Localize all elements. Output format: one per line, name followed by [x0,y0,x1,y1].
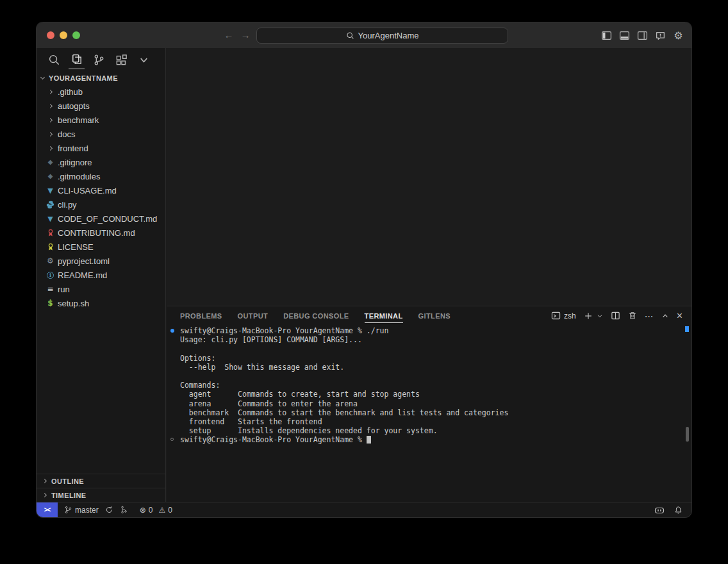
tree-folder-docs[interactable]: docs [37,127,165,141]
extensions-view-icon[interactable] [110,48,133,71]
new-terminal-plus-icon[interactable] [584,311,593,320]
panel-tab-output[interactable]: OUTPUT [238,306,269,325]
tree-folder-benchmark[interactable]: benchmark [37,113,165,127]
settings-gear-icon[interactable]: ⚙ [673,30,684,41]
timeline-label: TIMELINE [51,492,87,499]
chevron-right-icon [45,104,56,108]
vscode-window: ← → YourAgentName [37,22,691,517]
panel-tab-gitlens[interactable]: GITLENS [418,306,451,325]
tree-file-setup-sh[interactable]: $ setup.sh [37,296,165,310]
tree-file-pyproject-toml[interactable]: ⚙︎ pyproject.toml [37,254,165,268]
info-icon: i [45,272,56,279]
ribbon-yellow-icon [45,243,56,251]
zoom-window-button[interactable] [72,31,80,39]
kill-terminal-trash-icon[interactable] [628,311,637,320]
maximize-panel-chevron-icon[interactable] [661,312,669,320]
panel-actions: zsh ⋯ [551,310,691,322]
problems-status-item[interactable]: ⊗ 0 ⚠︎ 0 [140,506,172,515]
terminal-cursor [367,436,371,444]
tree-file-contributing-md[interactable]: CONTRIBUTING.md [37,226,165,240]
explorer-view-icon[interactable] [65,48,88,71]
panel-tab-debug-console[interactable]: DEBUG CONSOLE [283,306,349,325]
remote-indicator[interactable]: >< [37,502,58,518]
split-terminal-icon[interactable] [611,311,620,320]
terminal-line [167,344,691,353]
source-control-view-icon[interactable] [88,48,110,71]
commit-graph-item[interactable] [120,506,128,514]
titlebar[interactable]: ← → YourAgentName [37,22,691,48]
chevron-right-icon [45,119,56,122]
timeline-section-header[interactable]: TIMELINE [37,488,165,502]
chevron-right-icon [42,479,47,483]
shell-name-label[interactable]: zsh [564,311,576,320]
notifications-bell-icon[interactable] [674,506,682,515]
terminal[interactable]: swifty@Craigs-MacBook-Pro YourAgentName … [167,325,691,502]
tree-file-code-of-conduct-md[interactable]: ▼ CODE_OF_CONDUCT.md [37,212,165,226]
panel-header: PROBLEMSOUTPUTDEBUG CONSOLETERMINALGITLE… [167,306,691,325]
tree-file-cli-usage-md[interactable]: ▼ CLI-USAGE.md [37,183,165,197]
prompt-decoration-icon [170,438,174,441]
git-icon: ◆ [45,159,56,165]
branch-status-item[interactable]: master [64,506,99,515]
command-decoration-icon [170,329,174,333]
terminal-line: Commands: [167,381,691,390]
terminal-line: setup Installs dependencies needed for y… [167,426,691,435]
close-window-button[interactable] [47,31,54,39]
sync-status-item[interactable] [105,506,113,514]
close-panel-icon[interactable]: × [677,310,682,322]
bottom-panel: PROBLEMSOUTPUTDEBUG CONSOLETERMINALGITLE… [167,306,691,502]
explorer-root-label: YOURAGENTNAME [49,74,118,82]
tree-file--gitignore[interactable]: ◆ .gitignore [37,155,165,169]
terminal-line: frontend Starts the frontend [167,417,691,426]
toggle-primary-sidebar-icon[interactable] [601,30,612,41]
window-controls [47,31,80,39]
ribbon-red-icon [45,229,56,237]
feedback-icon[interactable] [655,30,666,41]
more-actions-ellipsis-icon[interactable]: ⋯ [645,311,654,321]
navigate-back-icon[interactable]: ← [222,29,235,42]
tree-file-run[interactable]: ≡ run [37,282,165,296]
tree-file--gitmodules[interactable]: ◆ .gitmodules [37,169,165,183]
markdown-icon: ▼ [45,187,56,194]
copilot-icon[interactable] [654,506,665,515]
toggle-secondary-sidebar-icon[interactable] [637,30,648,41]
panel-tab-terminal[interactable]: TERMINAL [365,306,403,325]
search-view-icon[interactable] [43,48,65,71]
tree-folder--github[interactable]: .github [37,85,165,99]
git-icon: ◆ [45,173,56,179]
explorer-root-row[interactable]: YOURAGENTNAME [37,71,165,85]
git-branch-icon [64,506,72,514]
command-center-search[interactable]: YourAgentName [256,28,508,44]
tree-folder-frontend[interactable]: frontend [37,141,165,155]
navigate-forward-icon[interactable]: → [239,29,252,42]
terminal-scrollbar-thumb[interactable] [686,427,689,442]
sync-icon [105,506,113,514]
activity-bar [37,48,165,71]
markdown-icon: ▼ [45,215,56,222]
more-views-chevron-icon[interactable] [133,48,155,71]
desktop: ← → YourAgentName [0,0,728,564]
tree-file-readme-md[interactable]: i README.md [37,268,165,282]
toggle-panel-icon[interactable] [619,30,630,41]
outline-label: OUTLINE [51,477,84,485]
chevron-right-icon [45,90,56,94]
terminal-shell-icon[interactable] [551,311,561,320]
editor-area[interactable] [167,48,691,306]
terminal-line: --help Show this message and exit. [167,363,691,372]
minimize-window-button[interactable] [60,31,67,39]
gear-icon: ⚙︎ [45,257,56,265]
terminal-overview-command-mark [685,326,689,332]
terminal-profile-chevron-icon[interactable] [597,313,603,319]
warnings-count: 0 [168,506,172,515]
tree-folder-autogpts[interactable]: autogpts [37,99,165,113]
file-tree: .github autogpts benchmark docs frontend… [37,85,165,310]
terminal-line: swifty@Craigs-MacBook-Pro YourAgentName … [167,435,691,444]
branch-name: master [75,506,99,515]
search-icon [346,31,354,40]
terminal-line: swifty@Craigs-MacBook-Pro YourAgentName … [167,326,691,335]
outline-section-header[interactable]: OUTLINE [37,474,165,488]
panel-tab-problems[interactable]: PROBLEMS [180,306,222,325]
tree-file-license[interactable]: LICENSE [37,240,165,254]
commit-graph-icon [120,506,128,514]
tree-file-cli-py[interactable]: cli.py [37,197,165,212]
